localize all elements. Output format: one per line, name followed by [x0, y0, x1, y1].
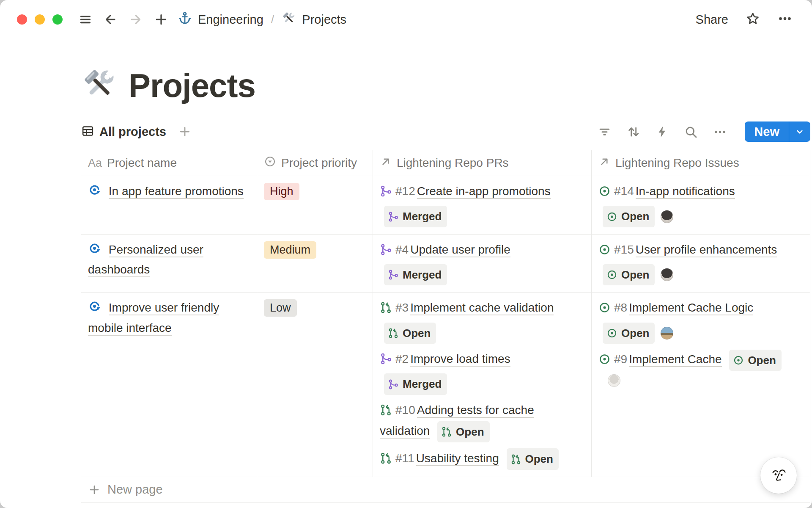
project-icon	[88, 245, 104, 258]
assignee-avatar[interactable]	[661, 210, 673, 223]
pr-entry[interactable]: #11Usability testing Open	[380, 448, 584, 469]
git-pull-request-icon	[380, 406, 392, 419]
forward-icon[interactable]	[129, 12, 143, 27]
priority-tag: Medium	[264, 241, 316, 259]
issue-open-icon	[606, 328, 617, 339]
minimize-window-button[interactable]	[35, 14, 45, 25]
issue-link[interactable]: Implement Cache Logic	[629, 301, 753, 315]
issue-open-icon	[733, 355, 744, 366]
breadcrumb: Engineering / Projects	[178, 11, 346, 28]
project-link[interactable]: Improve user friendly mobile interface	[88, 301, 219, 335]
zoom-window-button[interactable]	[52, 14, 63, 25]
issue-number: #9	[614, 353, 627, 366]
assignee-avatar[interactable]	[661, 268, 673, 281]
pr-entry[interactable]: #3Implement cache validation Open	[380, 298, 584, 344]
issue-entry[interactable]: #14In-app notifications Open	[598, 182, 803, 227]
add-view-icon[interactable]	[178, 125, 192, 138]
project-name-cell[interactable]: Improve user friendly mobile interface	[81, 293, 257, 476]
new-page-label: New page	[107, 483, 163, 497]
issue-status-chip: Open	[603, 264, 655, 285]
view-bar: All projects	[81, 120, 810, 143]
column-header-project-name[interactable]: Aa Project name	[81, 150, 257, 176]
issue-status-label: Open	[621, 325, 649, 342]
prs-cell[interactable]: #12Create in-app promotions Merged	[373, 176, 592, 234]
search-icon[interactable]	[684, 125, 698, 139]
back-icon[interactable]	[103, 12, 118, 27]
git-merge-icon	[380, 187, 392, 200]
more-icon[interactable]	[713, 125, 727, 139]
page-title[interactable]: Projects	[129, 66, 255, 105]
issue-link[interactable]: In-app notifications	[636, 185, 735, 199]
pr-status-chip: Open	[437, 421, 489, 442]
close-window-button[interactable]	[17, 14, 27, 25]
hammer-wrench-icon[interactable]	[81, 66, 118, 105]
share-button[interactable]: Share	[696, 13, 728, 27]
pr-entry[interactable]: #12Create in-app promotions Merged	[380, 182, 584, 227]
notion-ai-button[interactable]	[760, 457, 797, 494]
priority-cell[interactable]: Medium	[257, 235, 373, 293]
select-type-icon	[264, 155, 276, 171]
assignee-avatar[interactable]	[661, 327, 673, 340]
tab-all-projects[interactable]: All projects	[81, 124, 166, 139]
pr-number: #11	[395, 452, 414, 465]
issues-cell[interactable]: #15User profile enhancements Open	[592, 235, 810, 293]
breadcrumb-page[interactable]: Projects	[302, 13, 346, 27]
lightning-icon[interactable]	[656, 125, 669, 138]
new-button-label[interactable]: New	[745, 121, 789, 142]
project-link[interactable]: In app feature promotions	[109, 185, 244, 199]
table-row: Improve user friendly mobile interface L…	[81, 293, 810, 477]
issue-open-icon	[598, 245, 611, 258]
pr-link[interactable]: Implement cache validation	[410, 301, 554, 315]
project-name-cell[interactable]: In app feature promotions	[81, 176, 257, 234]
more-icon[interactable]	[777, 11, 793, 28]
project-name-cell[interactable]: Personalized user dashboards	[81, 235, 257, 293]
pr-entry[interactable]: #10Adding tests for cache validation Ope…	[380, 401, 584, 443]
pr-link[interactable]: Improve load times	[410, 352, 510, 367]
git-pull-request-icon	[510, 454, 521, 465]
column-header-repo-issues[interactable]: Lightening Repo Issues	[592, 150, 810, 176]
new-page-row[interactable]: New page	[81, 477, 810, 503]
pr-status-label: Open	[403, 325, 431, 342]
sidebar-menu-icon[interactable]	[79, 13, 92, 26]
prs-cell[interactable]: #4Update user profile Merged	[373, 235, 592, 293]
issue-entry[interactable]: #9Implement Cache Open	[598, 350, 803, 389]
project-link[interactable]: Personalized user dashboards	[88, 243, 203, 277]
pr-number: #2	[395, 352, 409, 365]
pr-link[interactable]: Usability testing	[416, 452, 499, 466]
sort-icon[interactable]	[626, 125, 640, 139]
issue-link[interactable]: User profile enhancements	[636, 243, 777, 257]
issue-status-label: Open	[621, 208, 649, 225]
new-button-dropdown[interactable]	[789, 121, 810, 142]
project-icon	[88, 303, 104, 316]
pr-entry[interactable]: #4Update user profile Merged	[380, 240, 584, 286]
issue-open-icon	[598, 187, 611, 200]
pr-link[interactable]: Create in-app promotions	[417, 185, 551, 199]
issue-open-icon	[598, 303, 611, 316]
pr-status-chip: Open	[507, 448, 559, 469]
issue-entry[interactable]: #8Implement Cache Logic Open	[598, 298, 803, 344]
issues-cell[interactable]: #8Implement Cache Logic Open #9Implement…	[592, 293, 810, 476]
issues-cell[interactable]: #14In-app notifications Open	[592, 176, 810, 234]
prs-cell[interactable]: #3Implement cache validation Open #2Impr…	[373, 293, 592, 476]
priority-cell[interactable]: Low	[257, 293, 373, 476]
pr-link[interactable]: Update user profile	[410, 243, 510, 257]
hammer-wrench-icon	[282, 11, 296, 28]
notion-window: Engineering / Projects Share	[0, 0, 812, 508]
issue-link[interactable]: Implement Cache	[629, 353, 721, 367]
column-header-project-priority[interactable]: Project priority	[257, 150, 373, 176]
filter-icon[interactable]	[598, 125, 611, 138]
priority-cell[interactable]: High	[257, 176, 373, 234]
breadcrumb-space[interactable]: Engineering	[198, 13, 263, 27]
column-header-repo-prs[interactable]: Lightening Repo PRs	[373, 150, 592, 176]
star-icon[interactable]	[745, 11, 760, 28]
window-controls	[17, 14, 63, 25]
new-button[interactable]: New	[745, 121, 810, 142]
new-tab-icon[interactable]	[154, 12, 168, 27]
breadcrumb-separator: /	[269, 13, 276, 26]
pr-entry[interactable]: #2Improve load times Merged	[380, 350, 584, 395]
issue-entry[interactable]: #15User profile enhancements Open	[598, 240, 803, 286]
assignee-avatar[interactable]	[608, 374, 620, 387]
pr-status-chip: Merged	[384, 264, 447, 285]
issue-open-icon	[606, 269, 617, 280]
git-merge-icon	[388, 379, 399, 390]
